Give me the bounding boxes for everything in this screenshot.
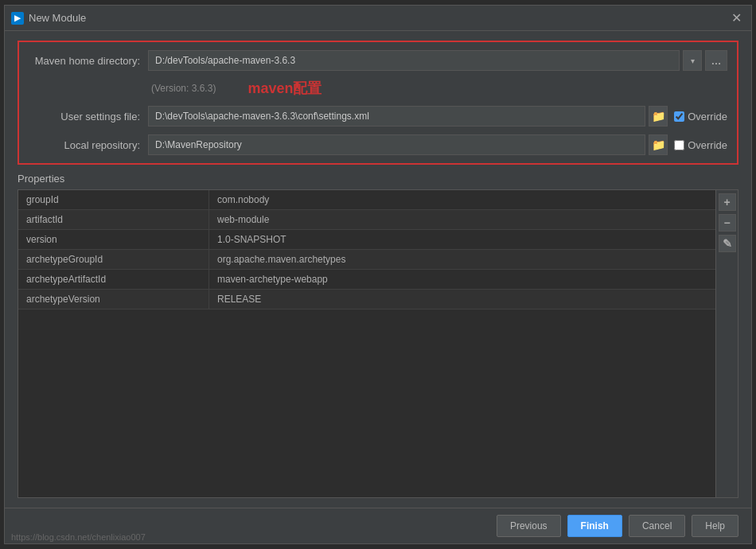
local-repo-override-label[interactable]: Override [688,139,727,151]
table-row[interactable]: groupId com.nobody [18,190,715,210]
local-repo-row: Local repository: 📁 Override [29,134,727,155]
maven-config-annotation: maven配置 [247,79,321,98]
content-area: Maven home directory: ▾ … (Version: 3.6.… [5,31,751,508]
title-bar: ▶ New Module ✕ [5,6,751,31]
property-value: 1.0-SNAPSHOT [209,230,715,249]
property-value: org.apache.maven.archetypes [209,250,715,269]
maven-home-label: Maven home directory: [29,55,148,67]
property-key: groupId [18,190,209,209]
property-key: archetypeVersion [18,290,209,309]
maven-home-dropdown-button[interactable]: ▾ [683,50,702,71]
dialog-title: New Module [29,12,86,24]
remove-property-button[interactable]: − [719,214,736,232]
user-settings-label: User settings file: [29,111,148,123]
maven-config-section: Maven home directory: ▾ … (Version: 3.6.… [18,41,738,165]
local-repo-input[interactable] [148,134,645,155]
properties-section: Properties groupId com.nobody artifactId… [18,173,738,498]
user-settings-override-group: Override [674,111,727,123]
user-settings-input-group: 📁 Override [148,106,727,127]
property-value: web-module [209,210,715,229]
table-content: groupId com.nobody artifactId web-module… [18,190,715,497]
table-row[interactable]: archetypeGroupId org.apache.maven.archet… [18,250,715,270]
property-value: com.nobody [209,190,715,209]
add-property-button[interactable]: + [719,193,736,211]
user-settings-override-checkbox[interactable] [674,111,684,122]
local-repo-override-checkbox[interactable] [674,140,684,150]
maven-home-input-group: ▾ … [148,50,727,71]
maven-home-input[interactable] [148,50,680,71]
close-button[interactable]: ✕ [727,10,745,27]
properties-table: groupId com.nobody artifactId web-module… [18,189,738,498]
help-button[interactable]: Help [692,515,738,537]
property-key: version [18,230,209,249]
table-row[interactable]: archetypeVersion RELEASE [18,290,715,310]
maven-home-browse-button[interactable]: … [705,50,727,71]
local-repo-input-group: 📁 Override [148,134,727,155]
previous-button[interactable]: Previous [497,515,561,537]
dialog: ▶ New Module ✕ Maven home directory: ▾ … [4,5,752,544]
table-row[interactable]: archetypeArtifactId maven-archetype-weba… [18,270,715,290]
local-repo-override-group: Override [674,139,727,151]
local-repo-label: Local repository: [29,139,148,151]
version-info: (Version: 3.6.3) [148,83,216,94]
table-row[interactable]: version 1.0-SNAPSHOT [18,230,715,250]
user-settings-override-label[interactable]: Override [688,111,727,123]
properties-title: Properties [18,173,738,185]
property-key: artifactId [18,210,209,229]
table-actions: + − ✎ [715,190,738,497]
watermark-url: https://blog.csdn.net/chenlixiao007 [5,531,152,543]
property-key: archetypeGroupId [18,250,209,269]
app-icon: ▶ [11,12,24,25]
user-settings-input[interactable] [148,106,645,127]
user-settings-row: User settings file: 📁 Override [29,106,727,127]
maven-home-row: Maven home directory: ▾ … [29,50,727,71]
user-settings-browse-button[interactable]: 📁 [649,106,668,127]
edit-property-button[interactable]: ✎ [719,235,736,252]
cancel-button[interactable]: Cancel [629,515,685,537]
version-row: (Version: 3.6.3) maven配置 [29,79,727,98]
local-repo-browse-button[interactable]: 📁 [649,134,668,155]
finish-button[interactable]: Finish [567,515,622,537]
property-value: maven-archetype-webapp [209,270,715,289]
property-key: archetypeArtifactId [18,270,209,289]
footer: https://blog.csdn.net/chenlixiao007 Prev… [5,508,751,543]
property-value: RELEASE [209,290,715,309]
table-row[interactable]: artifactId web-module [18,210,715,230]
